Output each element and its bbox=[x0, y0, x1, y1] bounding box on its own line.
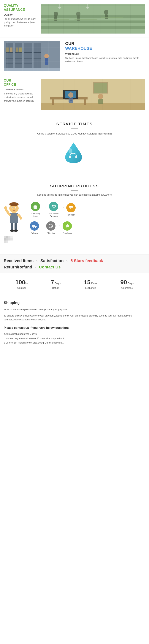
received-row1: Received Items › Satisfaction › 5 Stars … bbox=[4, 258, 145, 263]
payment-icon bbox=[66, 203, 76, 212]
guarantee-return: 7 Days Return bbox=[51, 279, 61, 289]
svg-rect-45 bbox=[41, 103, 145, 110]
service-underline bbox=[71, 128, 78, 128]
svg-rect-49 bbox=[63, 90, 78, 99]
svg-rect-41 bbox=[4, 68, 60, 71]
svg-rect-26 bbox=[15, 58, 22, 58]
svg-rect-54 bbox=[93, 82, 108, 94]
svg-rect-51 bbox=[70, 99, 72, 101]
svg-rect-75 bbox=[4, 236, 6, 238]
svg-rect-23 bbox=[15, 43, 22, 69]
shopping-section: SHOPPING PROCESS Keeping this guide in m… bbox=[0, 176, 149, 255]
warehouse-section: OUR WAREHOUSE Warehouse We have Russia l… bbox=[0, 38, 149, 75]
steps-row-2: Delivery → Shipping → bbox=[30, 221, 145, 234]
received-section: Received Items › Satisfaction › 5 Stars … bbox=[0, 255, 149, 273]
svg-rect-82 bbox=[10, 238, 13, 240]
svg-rect-29 bbox=[24, 47, 32, 47]
quality-desc: For all products, we will do 100% qualit… bbox=[4, 17, 37, 28]
factory-photo bbox=[41, 4, 145, 34]
shipping-para2: To ensure quickly delivery,before your p… bbox=[4, 314, 145, 322]
svg-rect-87 bbox=[35, 205, 36, 209]
svg-rect-2 bbox=[41, 20, 145, 23]
svg-rect-71 bbox=[14, 223, 17, 230]
svg-point-4 bbox=[54, 12, 58, 16]
svg-point-89 bbox=[53, 208, 54, 208]
quality-text: QUALITY ASSURANCE Quality For all produc… bbox=[4, 4, 41, 28]
choosing-icon bbox=[31, 202, 40, 211]
svg-rect-58 bbox=[65, 99, 74, 100]
process-steps: Choosing Items → Add to cart Ordering → bbox=[30, 202, 145, 238]
feedback-icon bbox=[62, 221, 72, 231]
svg-rect-30 bbox=[24, 52, 32, 53]
svg-rect-25 bbox=[15, 52, 22, 53]
svg-rect-81 bbox=[10, 236, 13, 238]
droplet-container bbox=[63, 141, 86, 163]
svg-rect-34 bbox=[34, 47, 41, 47]
step-shipping: Shipping bbox=[46, 221, 56, 234]
svg-rect-32 bbox=[24, 64, 32, 64]
stars-feedback-label: 5 Stars feedback bbox=[70, 258, 103, 263]
service-title: SERVICE TIMES bbox=[4, 122, 145, 126]
payment-label: Payment bbox=[67, 214, 75, 216]
step-feedback: Feedback bbox=[62, 221, 72, 234]
svg-rect-53 bbox=[68, 98, 73, 103]
svg-rect-68 bbox=[10, 213, 18, 223]
arrow-3: → bbox=[41, 224, 44, 228]
quality-image bbox=[41, 4, 145, 34]
shipping-icon bbox=[46, 221, 56, 231]
guarantee-exchange-label: Exchange bbox=[84, 286, 97, 289]
svg-rect-93 bbox=[70, 208, 71, 209]
svg-rect-11 bbox=[74, 19, 97, 20]
svg-rect-70 bbox=[11, 223, 14, 230]
svg-point-42 bbox=[44, 54, 49, 58]
service-section: SERVICE TIMES Online Customer Service: 9… bbox=[0, 114, 149, 176]
guarantee-exchange: 15 Days Exchange bbox=[84, 279, 97, 289]
office-title: OUR OFFICE bbox=[4, 78, 37, 86]
office-subtitle: Customer service bbox=[4, 88, 37, 91]
svg-rect-60 bbox=[69, 156, 71, 158]
svg-rect-47 bbox=[52, 100, 54, 105]
svg-rect-36 bbox=[34, 58, 41, 58]
office-desc: If there is any problem,please contact u… bbox=[4, 92, 37, 103]
choosing-label: Choosing Items bbox=[30, 212, 41, 218]
svg-rect-50 bbox=[65, 91, 76, 98]
guarantees-section: 100% Original 7 Days Return 15 Days Exch… bbox=[0, 273, 149, 295]
svg-point-16 bbox=[86, 7, 89, 8]
svg-rect-9 bbox=[105, 14, 108, 19]
quality-section: QUALITY ASSURANCE Quality For all produc… bbox=[0, 0, 149, 38]
svg-rect-17 bbox=[4, 41, 60, 71]
svg-rect-55 bbox=[94, 83, 107, 93]
svg-point-66 bbox=[12, 208, 13, 208]
svg-rect-22 bbox=[6, 64, 13, 64]
svg-point-52 bbox=[68, 92, 74, 98]
office-image bbox=[41, 78, 145, 110]
svg-point-56 bbox=[98, 94, 103, 99]
svg-rect-19 bbox=[6, 47, 13, 47]
shipping-question-c: c.Different in material,color,size,desig… bbox=[4, 340, 145, 345]
quality-title: QUALITY ASSURANCE bbox=[4, 4, 37, 12]
satisfaction-label: Satisfaction bbox=[40, 258, 64, 263]
shopping-content: Choosing Items → Add to cart Ordering → bbox=[4, 202, 145, 247]
svg-rect-78 bbox=[4, 238, 6, 240]
warehouse-image bbox=[4, 41, 60, 71]
svg-rect-46 bbox=[50, 97, 88, 100]
arrow-received-1: › bbox=[36, 259, 38, 263]
svg-rect-61 bbox=[76, 156, 77, 158]
svg-point-6 bbox=[76, 12, 80, 16]
arrow-4: → bbox=[57, 224, 61, 228]
step-choosing: Choosing Items bbox=[30, 202, 41, 218]
svg-rect-39 bbox=[16, 48, 18, 52]
guarantee-return-label: Return bbox=[51, 286, 61, 289]
svg-rect-57 bbox=[98, 99, 103, 104]
shipping-contact-title: Please contact us if you have below ques… bbox=[4, 326, 145, 330]
svg-rect-48 bbox=[84, 100, 86, 105]
svg-rect-24 bbox=[15, 47, 22, 47]
svg-rect-7 bbox=[77, 16, 80, 21]
step-add-cart: Add to cart Ordering bbox=[48, 202, 59, 218]
svg-point-90 bbox=[54, 208, 55, 208]
guarantee-guarantee-label: Guarantee bbox=[120, 286, 134, 289]
office-section: OUR OFFICE Customer service If there is … bbox=[0, 75, 149, 114]
svg-rect-80 bbox=[8, 238, 10, 240]
delivery-label: Delivery bbox=[31, 232, 38, 234]
arrow-received-2: › bbox=[66, 259, 68, 263]
